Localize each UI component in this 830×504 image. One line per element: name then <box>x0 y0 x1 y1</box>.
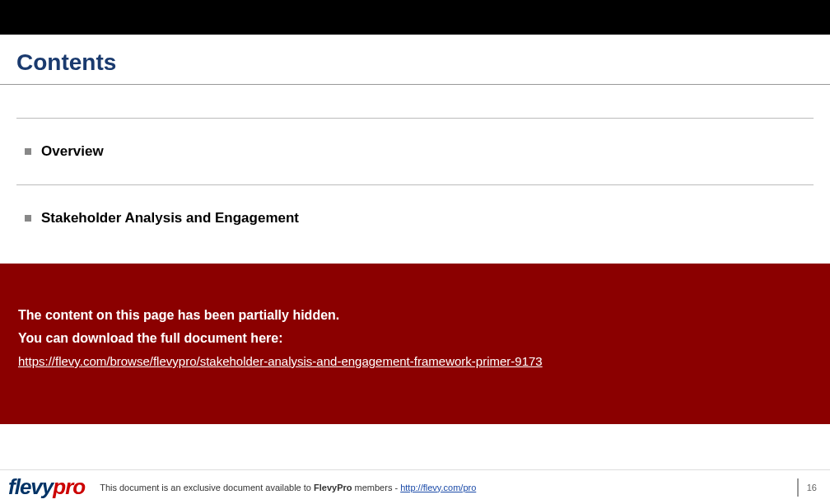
footer-divider-icon <box>797 478 799 497</box>
list-item: Stakeholder Analysis and Engagement <box>0 185 830 251</box>
footer-text-bold: FlevyPro <box>314 483 352 492</box>
overlay-message-1: The content on this page has been partia… <box>18 308 812 323</box>
footer-right: 16 <box>797 478 822 497</box>
flevypro-logo: flevypro <box>8 474 85 500</box>
hidden-content-overlay: The content on this page has been partia… <box>0 264 830 424</box>
footer-text: This document is an exclusive document a… <box>100 483 476 492</box>
logo-text-flevy: flevy <box>8 474 53 500</box>
page-number: 16 <box>807 483 822 492</box>
overlay-message-2: You can download the full document here: <box>18 331 812 346</box>
top-black-bar <box>0 0 830 35</box>
list-item-label: Stakeholder Analysis and Engagement <box>41 210 299 226</box>
overlay-download-link[interactable]: https://flevy.com/browse/flevypro/stakeh… <box>18 354 543 368</box>
footer-text-suffix: members - <box>352 483 400 492</box>
bullet-icon <box>25 148 31 155</box>
bullet-icon <box>25 215 31 222</box>
footer: flevypro This document is an exclusive d… <box>0 469 830 504</box>
footer-text-prefix: This document is an exclusive document a… <box>100 483 314 492</box>
list-item: Overview <box>0 119 830 184</box>
logo-text-pro: pro <box>53 474 85 500</box>
page-title: Contents <box>0 35 830 84</box>
footer-link[interactable]: http://flevy.com/pro <box>400 483 476 492</box>
title-divider <box>0 84 830 85</box>
list-item-label: Overview <box>41 143 104 160</box>
